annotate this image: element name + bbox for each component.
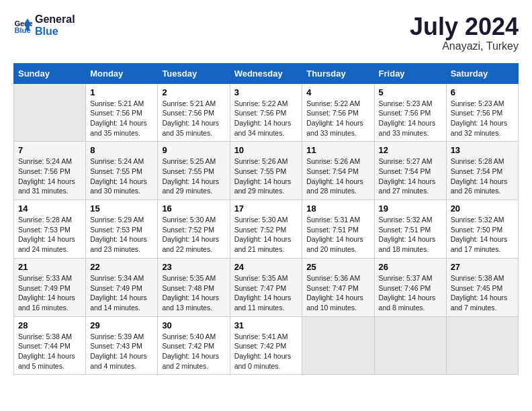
day-number: 22 xyxy=(90,262,153,272)
header-wednesday: Wednesday xyxy=(230,63,302,83)
calendar-cell: 23Sunrise: 5:35 AMSunset: 7:48 PMDayligh… xyxy=(158,258,230,316)
calendar-cell: 19Sunrise: 5:32 AMSunset: 7:51 PMDayligh… xyxy=(374,200,446,259)
cell-info: Sunrise: 5:27 AMSunset: 7:54 PMDaylight:… xyxy=(379,156,442,196)
day-number: 5 xyxy=(379,87,442,97)
cell-info: Sunrise: 5:29 AMSunset: 7:53 PMDaylight:… xyxy=(90,215,153,255)
day-number: 17 xyxy=(234,203,298,214)
cell-info: Sunrise: 5:39 AMSunset: 7:43 PMDaylight:… xyxy=(90,332,153,371)
calendar-cell: 21Sunrise: 5:33 AMSunset: 7:49 PMDayligh… xyxy=(14,258,86,316)
week-row-4: 21Sunrise: 5:33 AMSunset: 7:49 PMDayligh… xyxy=(14,258,519,316)
logo-general: General xyxy=(35,13,75,26)
calendar-cell xyxy=(374,316,446,375)
cell-info: Sunrise: 5:32 AMSunset: 7:50 PMDaylight:… xyxy=(451,215,514,255)
cell-info: Sunrise: 5:35 AMSunset: 7:47 PMDaylight:… xyxy=(234,273,298,313)
cell-info: Sunrise: 5:31 AMSunset: 7:51 PMDaylight:… xyxy=(306,215,369,255)
day-number: 30 xyxy=(162,320,225,330)
calendar-cell: 7Sunrise: 5:24 AMSunset: 7:56 PMDaylight… xyxy=(14,142,86,200)
calendar-cell: 11Sunrise: 5:26 AMSunset: 7:54 PMDayligh… xyxy=(302,142,374,200)
calendar-cell: 8Sunrise: 5:24 AMSunset: 7:55 PMDaylight… xyxy=(86,142,158,200)
cell-info: Sunrise: 5:38 AMSunset: 7:45 PMDaylight:… xyxy=(451,273,514,313)
calendar-cell: 4Sunrise: 5:22 AMSunset: 7:56 PMDaylight… xyxy=(302,83,374,142)
page-header: General Blue General Blue July 2024 Anay… xyxy=(13,13,519,52)
calendar-cell: 28Sunrise: 5:38 AMSunset: 7:44 PMDayligh… xyxy=(14,316,86,375)
header-thursday: Thursday xyxy=(302,63,374,83)
cell-info: Sunrise: 5:36 AMSunset: 7:47 PMDaylight:… xyxy=(306,273,369,313)
week-row-3: 14Sunrise: 5:28 AMSunset: 7:53 PMDayligh… xyxy=(14,200,519,259)
cell-info: Sunrise: 5:30 AMSunset: 7:52 PMDaylight:… xyxy=(162,215,225,255)
cell-info: Sunrise: 5:41 AMSunset: 7:42 PMDaylight:… xyxy=(234,332,298,371)
calendar-table: SundayMondayTuesdayWednesdayThursdayFrid… xyxy=(13,63,519,375)
day-number: 31 xyxy=(234,320,298,330)
calendar-cell: 6Sunrise: 5:23 AMSunset: 7:56 PMDaylight… xyxy=(446,83,518,142)
day-number: 11 xyxy=(306,145,369,155)
cell-info: Sunrise: 5:21 AMSunset: 7:56 PMDaylight:… xyxy=(90,99,153,138)
day-number: 28 xyxy=(18,320,81,330)
title-section: July 2024 Anayazi, Turkey xyxy=(410,13,519,52)
cell-info: Sunrise: 5:25 AMSunset: 7:55 PMDaylight:… xyxy=(162,156,225,196)
calendar-cell: 15Sunrise: 5:29 AMSunset: 7:53 PMDayligh… xyxy=(86,200,158,259)
cell-info: Sunrise: 5:30 AMSunset: 7:52 PMDaylight:… xyxy=(234,215,298,255)
day-number: 6 xyxy=(451,87,514,97)
header-monday: Monday xyxy=(86,63,158,83)
day-number: 19 xyxy=(379,203,442,214)
logo: General Blue General Blue xyxy=(13,13,75,37)
header-saturday: Saturday xyxy=(446,63,518,83)
calendar-cell: 10Sunrise: 5:26 AMSunset: 7:55 PMDayligh… xyxy=(230,142,302,200)
day-number: 24 xyxy=(234,262,298,272)
month-title: July 2024 xyxy=(410,13,519,40)
logo-icon: General Blue xyxy=(13,16,32,35)
day-number: 4 xyxy=(306,87,369,97)
day-number: 18 xyxy=(306,203,369,214)
cell-info: Sunrise: 5:40 AMSunset: 7:42 PMDaylight:… xyxy=(162,332,225,371)
calendar-cell: 27Sunrise: 5:38 AMSunset: 7:45 PMDayligh… xyxy=(446,258,518,316)
calendar-cell: 29Sunrise: 5:39 AMSunset: 7:43 PMDayligh… xyxy=(86,316,158,375)
day-number: 16 xyxy=(162,203,225,214)
header-tuesday: Tuesday xyxy=(158,63,230,83)
week-row-2: 7Sunrise: 5:24 AMSunset: 7:56 PMDaylight… xyxy=(14,142,519,200)
calendar-cell: 12Sunrise: 5:27 AMSunset: 7:54 PMDayligh… xyxy=(374,142,446,200)
calendar-cell: 16Sunrise: 5:30 AMSunset: 7:52 PMDayligh… xyxy=(158,200,230,259)
day-number: 29 xyxy=(90,320,153,330)
calendar-cell: 31Sunrise: 5:41 AMSunset: 7:42 PMDayligh… xyxy=(230,316,302,375)
day-number: 8 xyxy=(90,145,153,155)
calendar-cell: 5Sunrise: 5:23 AMSunset: 7:56 PMDaylight… xyxy=(374,83,446,142)
calendar-cell: 9Sunrise: 5:25 AMSunset: 7:55 PMDaylight… xyxy=(158,142,230,200)
cell-info: Sunrise: 5:26 AMSunset: 7:55 PMDaylight:… xyxy=(234,156,298,196)
cell-info: Sunrise: 5:23 AMSunset: 7:56 PMDaylight:… xyxy=(379,99,442,138)
calendar-cell: 22Sunrise: 5:34 AMSunset: 7:49 PMDayligh… xyxy=(86,258,158,316)
location: Anayazi, Turkey xyxy=(410,40,519,52)
cell-info: Sunrise: 5:24 AMSunset: 7:55 PMDaylight:… xyxy=(90,156,153,196)
header-sunday: Sunday xyxy=(14,63,86,83)
day-number: 3 xyxy=(234,87,298,97)
day-number: 21 xyxy=(18,262,81,272)
day-number: 20 xyxy=(451,203,514,214)
cell-info: Sunrise: 5:28 AMSunset: 7:53 PMDaylight:… xyxy=(18,215,81,255)
day-number: 2 xyxy=(162,87,225,97)
day-number: 27 xyxy=(451,262,514,272)
day-number: 23 xyxy=(162,262,225,272)
calendar-cell: 14Sunrise: 5:28 AMSunset: 7:53 PMDayligh… xyxy=(14,200,86,259)
calendar-cell: 26Sunrise: 5:37 AMSunset: 7:46 PMDayligh… xyxy=(374,258,446,316)
day-number: 15 xyxy=(90,203,153,214)
day-number: 9 xyxy=(162,145,225,155)
cell-info: Sunrise: 5:34 AMSunset: 7:49 PMDaylight:… xyxy=(90,273,153,313)
cell-info: Sunrise: 5:37 AMSunset: 7:46 PMDaylight:… xyxy=(379,273,442,313)
cell-info: Sunrise: 5:21 AMSunset: 7:56 PMDaylight:… xyxy=(162,99,225,138)
cell-info: Sunrise: 5:26 AMSunset: 7:54 PMDaylight:… xyxy=(306,156,369,196)
cell-info: Sunrise: 5:22 AMSunset: 7:56 PMDaylight:… xyxy=(306,99,369,138)
week-row-1: 1Sunrise: 5:21 AMSunset: 7:56 PMDaylight… xyxy=(14,83,519,142)
day-number: 7 xyxy=(18,145,81,155)
calendar-cell: 13Sunrise: 5:28 AMSunset: 7:54 PMDayligh… xyxy=(446,142,518,200)
cell-info: Sunrise: 5:35 AMSunset: 7:48 PMDaylight:… xyxy=(162,273,225,313)
calendar-cell: 2Sunrise: 5:21 AMSunset: 7:56 PMDaylight… xyxy=(158,83,230,142)
cell-info: Sunrise: 5:28 AMSunset: 7:54 PMDaylight:… xyxy=(451,156,514,196)
calendar-cell: 3Sunrise: 5:22 AMSunset: 7:56 PMDaylight… xyxy=(230,83,302,142)
calendar-cell xyxy=(302,316,374,375)
cell-info: Sunrise: 5:38 AMSunset: 7:44 PMDaylight:… xyxy=(18,332,81,371)
calendar-cell xyxy=(446,316,518,375)
header-friday: Friday xyxy=(374,63,446,83)
day-number: 10 xyxy=(234,145,298,155)
day-number: 12 xyxy=(379,145,442,155)
cell-info: Sunrise: 5:23 AMSunset: 7:56 PMDaylight:… xyxy=(451,99,514,138)
day-number: 25 xyxy=(306,262,369,272)
